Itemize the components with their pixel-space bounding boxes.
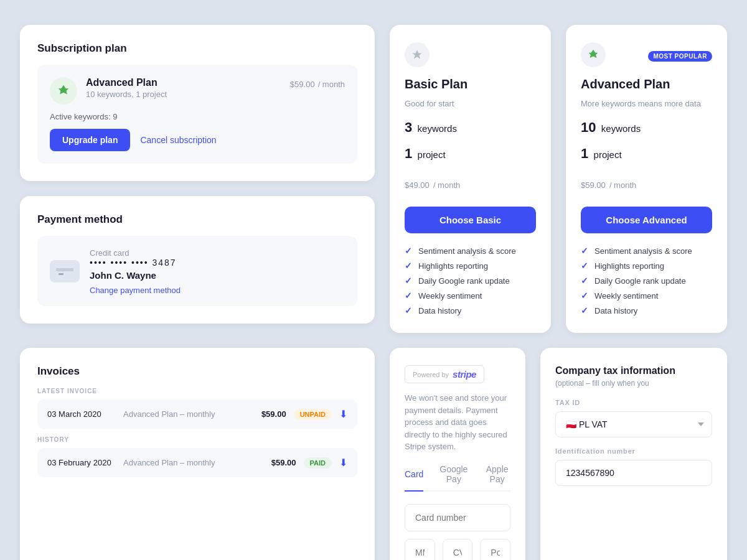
cc-name: John C. Wayne (90, 270, 345, 281)
credit-card-icon (50, 260, 80, 282)
history-label: HISTORY (37, 436, 357, 443)
tax-card: Company tax information (optional – fill… (540, 348, 727, 560)
invoice-amount-1: $59.00 (255, 409, 286, 419)
invoices-card: Invoices LATEST INVOICE 03 March 2020 Ad… (20, 348, 375, 560)
invoice-plan-2: Advanced Plan – monthly (123, 458, 258, 467)
most-popular-badge: MOST POPULAR (648, 51, 712, 62)
basic-feature-2: ✓Highlights reporting (405, 261, 536, 271)
basic-feature-4: ✓Weekly sentiment (405, 291, 536, 301)
plan-price: $59.00 / month (290, 77, 345, 90)
basic-plan-card: Basic Plan Good for start 3 keywords 1 p… (390, 25, 551, 333)
invoice-plan-1: Advanced Plan – monthly (123, 409, 248, 419)
card-tab[interactable]: Card (405, 464, 423, 492)
id-number-label: Identification number (555, 447, 712, 455)
choose-advanced-button[interactable]: Choose Advanced (581, 207, 712, 233)
advanced-keywords: 10 keywords (581, 119, 712, 136)
card-details-row (405, 539, 510, 561)
svg-rect-1 (56, 268, 73, 271)
advanced-feature-1: ✓Sentiment analysis & score (581, 246, 712, 256)
card-number-input[interactable] (405, 504, 510, 531)
tax-title: Company tax information (555, 365, 712, 376)
subscription-title: Subscription plan (37, 42, 357, 55)
invoice-date-2: 03 February 2020 (47, 458, 116, 467)
svg-rect-2 (59, 273, 63, 275)
upgrade-plan-button[interactable]: Upgrade plan (50, 129, 130, 151)
subscription-card: Subscription plan Advanced Plan 10 keywo… (20, 25, 375, 181)
check-icon: ✓ (405, 261, 412, 271)
advanced-price: $59.00 / month (581, 175, 712, 192)
basic-price: $49.00 / month (405, 175, 536, 192)
plan-price-block: $59.00 / month (290, 77, 345, 90)
tax-sub: (optional – fill only when you (555, 379, 712, 388)
advanced-feature-2: ✓Highlights reporting (581, 261, 712, 271)
postal-input[interactable] (480, 539, 510, 561)
advanced-projects: 1 project (581, 146, 712, 162)
check-icon: ✓ (405, 276, 412, 286)
payment-tabs: Card Google Pay Apple Pay (405, 464, 510, 492)
plan-icon (50, 77, 77, 105)
plan-box: Advanced Plan 10 keywords, 1 project $59… (37, 65, 357, 164)
basic-feature-5: ✓Data history (405, 306, 536, 315)
check-icon: ✓ (405, 291, 412, 301)
payment-box: Credit card •••• •••• •••• 3487 John C. … (37, 236, 357, 306)
stripe-logo: stripe (453, 369, 476, 380)
check-icon: ✓ (581, 276, 588, 286)
latest-invoice-label: LATEST INVOICE (37, 388, 357, 394)
advanced-feature-5: ✓Data history (581, 306, 712, 315)
plan-info: Advanced Plan 10 keywords, 1 project (86, 77, 290, 99)
active-keywords: Active keywords: 9 (50, 112, 345, 121)
payment-method-card: Payment method Credit card •••• •••• •••… (20, 196, 375, 324)
basic-projects: 1 project (405, 146, 536, 162)
check-icon: ✓ (581, 291, 588, 301)
check-icon: ✓ (581, 306, 588, 315)
basic-keywords: 3 keywords (405, 119, 536, 136)
invoice-amount-2: $59.00 (265, 458, 296, 467)
paid-badge: PAID (304, 457, 332, 469)
advanced-plan-sub: More keywords means more data (581, 99, 712, 108)
download-icon[interactable]: ⬇ (339, 408, 347, 420)
tax-id-label: TAX ID (555, 399, 712, 406)
powered-by-text: Powered by (413, 371, 449, 378)
check-icon: ✓ (581, 261, 588, 271)
basic-features: ✓Sentiment analysis & score ✓Highlights … (405, 246, 536, 315)
basic-plan-name: Basic Plan (405, 77, 536, 91)
invoices-title: Invoices (37, 365, 357, 378)
plan-name: Advanced Plan (86, 77, 290, 88)
basic-feature-1: ✓Sentiment analysis & score (405, 246, 536, 256)
cvc-input[interactable] (443, 539, 473, 561)
change-payment-link[interactable]: Change payment method (90, 286, 345, 295)
invoice-row-history: 03 February 2020 Advanced Plan – monthly… (37, 448, 357, 477)
plan-actions: Upgrade plan Cancel subscription (50, 129, 345, 151)
expiry-input[interactable] (405, 539, 435, 561)
advanced-plan-card: MOST POPULAR Advanced Plan More keywords… (566, 25, 727, 333)
cc-type: Credit card (90, 248, 345, 258)
payment-method-title: Payment method (37, 213, 357, 226)
googlepay-tab[interactable]: Google Pay (438, 464, 469, 490)
advanced-plan-name: Advanced Plan (581, 77, 712, 91)
advanced-feature-3: ✓Daily Google rank update (581, 276, 712, 286)
advanced-plan-icon (581, 42, 606, 67)
applepay-tab[interactable]: Apple Pay (484, 464, 510, 490)
id-number-input[interactable] (555, 460, 712, 486)
choose-basic-button[interactable]: Choose Basic (405, 207, 536, 233)
basic-plan-icon (405, 42, 430, 67)
stripe-badge: Powered by stripe (405, 365, 484, 383)
download-icon[interactable]: ⬇ (339, 457, 347, 469)
invoice-row-latest: 03 March 2020 Advanced Plan – monthly $5… (37, 399, 357, 429)
basic-plan-sub: Good for start (405, 99, 536, 108)
stripe-card: Powered by stripe We won't see and store… (390, 348, 525, 560)
advanced-features: ✓Sentiment analysis & score ✓Highlights … (581, 246, 712, 315)
invoice-date-1: 03 March 2020 (47, 409, 116, 419)
basic-feature-3: ✓Daily Google rank update (405, 276, 536, 286)
check-icon: ✓ (405, 306, 412, 315)
check-icon: ✓ (405, 246, 412, 256)
check-icon: ✓ (581, 246, 588, 256)
cancel-subscription-button[interactable]: Cancel subscription (140, 135, 216, 145)
plan-desc: 10 keywords, 1 project (86, 90, 290, 99)
advanced-feature-4: ✓Weekly sentiment (581, 291, 712, 301)
cc-masked: •••• •••• •••• 3487 (90, 258, 345, 268)
tax-id-select[interactable]: 🇵🇱 PL VAT EU VAT US EIN (555, 411, 712, 437)
unpaid-badge: UNPAID (294, 409, 332, 420)
stripe-description: We won't see and store your payment deta… (405, 392, 510, 453)
payment-details: Credit card •••• •••• •••• 3487 John C. … (90, 247, 345, 295)
